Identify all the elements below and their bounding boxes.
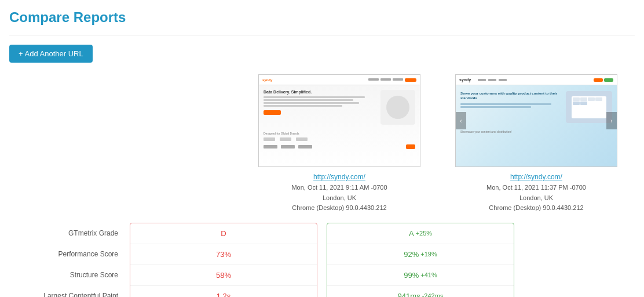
site1-lcp: 1.2s bbox=[130, 286, 317, 297]
mock2-screen bbox=[572, 96, 606, 118]
site1-mock: syndy Data Delivery. Simplified. bbox=[259, 75, 420, 166]
mock1-logos bbox=[259, 135, 420, 143]
label-structure: Structure Score bbox=[9, 265, 125, 285]
mock1-line1 bbox=[264, 96, 365, 98]
mock2-laptop bbox=[566, 91, 612, 123]
mock2-hero-title: Serve your customers with quality produc… bbox=[460, 91, 561, 101]
label-lcp: Largest Contentful Paint bbox=[9, 285, 125, 297]
site1-metrics-inner: D 73% 58% 1.2s 410ms 0.01 bbox=[130, 223, 317, 297]
label-gtmetrix: GTmetrix Grade bbox=[9, 223, 125, 244]
mock2-sc1 bbox=[573, 97, 580, 101]
site2-performance-val: 92% bbox=[404, 250, 419, 259]
site2-location: London, UK bbox=[486, 193, 586, 204]
mock2-ni2 bbox=[488, 79, 496, 81]
mock1-line3 bbox=[264, 102, 359, 104]
metrics-area: GTmetrix Grade Performance Score Structu… bbox=[9, 223, 635, 297]
site1-info: http://syndy.com/ Mon, Oct 11, 2021 9:11… bbox=[291, 172, 387, 213]
mock1-line2 bbox=[264, 99, 353, 101]
site1-location: London, UK bbox=[291, 193, 387, 204]
mock2-nav: syndy bbox=[456, 75, 617, 85]
site1-metrics: D 73% 58% 1.2s 410ms 0.01 bbox=[125, 223, 322, 297]
site2-lcp: 941ms -242ms bbox=[327, 286, 514, 297]
mock1-line4 bbox=[264, 105, 342, 107]
mock1-right bbox=[380, 90, 415, 125]
site1-structure: 58% bbox=[130, 265, 317, 286]
mock1-logo: syndy bbox=[262, 78, 272, 82]
mock2-sc3 bbox=[588, 97, 595, 101]
site2-date: Mon, Oct 11, 2021 11:37 PM -0700 bbox=[486, 183, 586, 193]
mock1-nav: syndy bbox=[259, 75, 420, 85]
site2-lcp-val: 941ms bbox=[398, 292, 420, 297]
mock1-logo3 bbox=[296, 137, 308, 141]
site2-screenshot: ‹ syndy bbox=[455, 74, 617, 167]
header-divider bbox=[9, 35, 635, 35]
mock1-link3 bbox=[393, 78, 403, 81]
site2-browser: Chrome (Desktop) 90.0.4430.212 bbox=[486, 203, 586, 213]
site1-screenshot: syndy Data Delivery. Simplified. bbox=[258, 74, 420, 167]
site2-mock: syndy Serve your custome bbox=[456, 75, 617, 166]
site2-metrics: A +25% 92% +19% 99% +41% 941ms -242ms 79… bbox=[322, 223, 519, 297]
mock2-sc6 bbox=[580, 102, 587, 105]
mock2-nav-items bbox=[478, 79, 507, 81]
site2-metrics-inner: A +25% 92% +19% 99% +41% 941ms -242ms 79… bbox=[327, 223, 514, 297]
mock1-logo2 bbox=[280, 137, 291, 141]
site2-structure: 99% +41% bbox=[327, 265, 514, 286]
label-performance: Performance Score bbox=[9, 244, 125, 265]
screenshots-row: syndy Data Delivery. Simplified. bbox=[125, 74, 635, 213]
next-arrow[interactable]: › bbox=[606, 112, 617, 129]
mock1-b3 bbox=[298, 145, 312, 148]
site1-column: syndy Data Delivery. Simplified. bbox=[241, 74, 438, 213]
mock1-cta bbox=[405, 78, 416, 82]
mock1-b-cta bbox=[406, 144, 415, 149]
mock2-hero: Serve your customers with quality produc… bbox=[456, 85, 617, 129]
site1-date: Mon, Oct 11, 2021 9:11 AM -0700 bbox=[291, 183, 387, 193]
mock1-btn bbox=[264, 110, 281, 115]
mock2-ni3 bbox=[499, 79, 507, 81]
site2-performance-delta: +19% bbox=[419, 251, 437, 258]
mock2-nav-btns bbox=[594, 78, 613, 82]
mock1-b2 bbox=[281, 145, 295, 148]
site2-performance: 92% +19% bbox=[327, 244, 514, 265]
mock2-caption: Showcase your content and distribution! bbox=[456, 129, 617, 135]
mock2-screen-content bbox=[572, 96, 606, 106]
metrics-labels: GTmetrix Grade Performance Score Structu… bbox=[9, 223, 125, 297]
prev-arrow[interactable]: ‹ bbox=[456, 112, 466, 129]
site2-gtmetrix-val: A bbox=[409, 229, 414, 238]
site2-info: http://syndy.com/ Mon, Oct 11, 2021 11:3… bbox=[486, 172, 586, 213]
mock2-logo: syndy bbox=[459, 78, 471, 82]
mock2-ni1 bbox=[478, 79, 486, 81]
site1-gtmetrix: D bbox=[130, 223, 317, 244]
site2-column: ‹ syndy bbox=[438, 74, 635, 213]
mock1-nav-links bbox=[368, 78, 416, 82]
site1-browser: Chrome (Desktop) 90.0.4430.212 bbox=[291, 203, 387, 213]
comparison-area: syndy Data Delivery. Simplified. bbox=[9, 74, 635, 297]
site2-url[interactable]: http://syndy.com/ bbox=[486, 172, 586, 183]
mock2-line2 bbox=[460, 106, 531, 108]
mock2-sc5 bbox=[573, 102, 580, 105]
mock1-body: Data Delivery. Simplified. bbox=[259, 85, 420, 129]
mock1-link1 bbox=[368, 78, 379, 81]
site2-structure-delta: +41% bbox=[419, 271, 437, 278]
mock1-b1 bbox=[264, 145, 277, 148]
site2-structure-val: 99% bbox=[404, 271, 419, 280]
mock1-logo1 bbox=[264, 137, 275, 141]
page-title: Compare Reports bbox=[9, 9, 635, 26]
site1-url[interactable]: http://syndy.com/ bbox=[291, 172, 387, 183]
mock1-mascot bbox=[386, 96, 409, 119]
mock2-btn2 bbox=[604, 78, 613, 82]
mock2-hero-text: Serve your customers with quality produc… bbox=[460, 91, 561, 123]
mock1-title: Data Delivery. Simplified. bbox=[264, 90, 376, 94]
mock2-line1 bbox=[460, 103, 551, 105]
mock2-btn1 bbox=[594, 78, 603, 82]
site2-gtmetrix: A +25% bbox=[327, 223, 514, 244]
mock1-left: Data Delivery. Simplified. bbox=[264, 90, 376, 125]
site2-gtmetrix-delta: +25% bbox=[414, 230, 433, 237]
mock1-bottom bbox=[259, 143, 420, 150]
site1-performance: 73% bbox=[130, 244, 317, 265]
mock2-sc2 bbox=[580, 97, 587, 101]
mock1-link2 bbox=[380, 78, 391, 81]
add-url-button[interactable]: + Add Another URL bbox=[9, 45, 93, 63]
mock2-sc4 bbox=[595, 97, 602, 101]
site2-lcp-delta: -242ms bbox=[420, 292, 444, 297]
